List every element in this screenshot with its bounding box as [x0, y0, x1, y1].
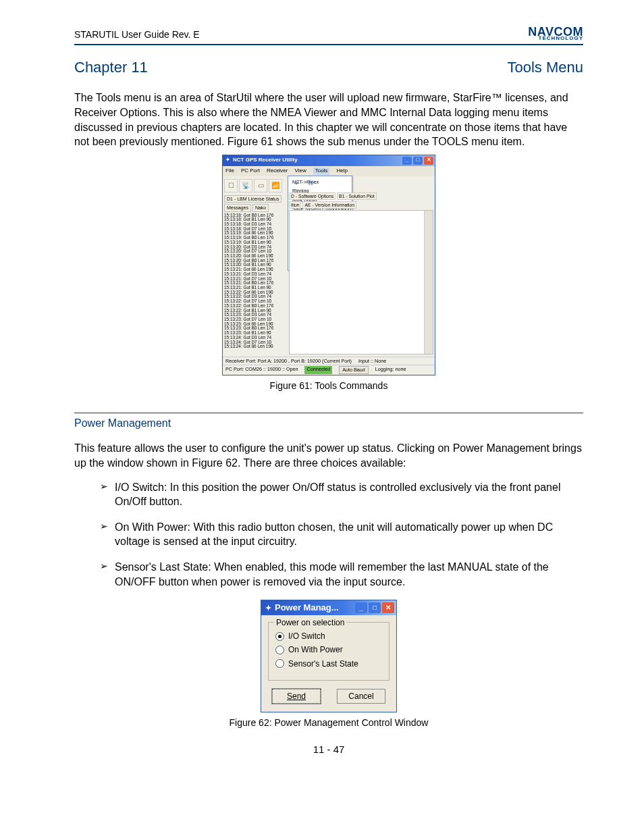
toolbar-icon-satellite[interactable]: 📡 — [239, 179, 252, 192]
status-connected: Connected — [304, 366, 332, 374]
pm-titlebar[interactable]: ✦ Power Manag... _ □ ✕ — [261, 600, 396, 615]
figure62-caption: Figure 62: Power Management Control Wind… — [74, 716, 583, 729]
right-icon-refresh[interactable]: 🗘 — [305, 179, 316, 190]
pm-group-box: Power on selection I/O Switch On With Po… — [268, 622, 390, 681]
figure61-caption: Figure 61: Tools Commands — [74, 380, 583, 392]
menu-receiver[interactable]: Receiver — [267, 167, 288, 175]
status-logging: Logging: none — [375, 366, 406, 374]
right-icon-check[interactable]: ✔ — [292, 179, 302, 190]
radio-label-on-with-power: On With Power — [288, 644, 343, 655]
radio-on-with-power[interactable] — [275, 646, 284, 654]
radio-label-io-switch: I/O Switch — [288, 631, 325, 642]
cancel-button[interactable]: Cancel — [337, 689, 385, 704]
subtab-messages[interactable]: Messages — [224, 204, 251, 211]
intro-paragraph: The Tools menu is an area of StarUtil wh… — [74, 90, 583, 149]
chapter-number: Chapter 11 — [74, 57, 148, 78]
section-heading-power: Power Management — [74, 416, 583, 431]
tab-version-info[interactable]: AE - Version Information — [302, 201, 356, 209]
header-separator — [74, 44, 583, 45]
pm-title: Power Manag... — [275, 602, 339, 614]
pm-minimize-icon[interactable]: _ — [355, 602, 367, 613]
radio-sensor-last-state[interactable] — [275, 659, 284, 668]
radio-label-sensor-last-state: Sensor's Last State — [288, 658, 358, 669]
toolbar-icon-1[interactable]: ☐ — [224, 179, 238, 192]
maximize-icon[interactable]: □ — [413, 157, 423, 165]
menubar: File PC Port Receiver View Tools Help — [223, 166, 435, 176]
minimize-icon[interactable]: _ — [402, 157, 412, 165]
bullet-io-switch: I/O Switch: In this position the power O… — [95, 480, 583, 509]
pm-group-title: Power on selection — [274, 617, 346, 628]
pm-app-icon: ✦ — [265, 603, 271, 613]
navcom-logo: NAVCOM TECHNOLOGY — [528, 27, 583, 41]
status-bar-1: Receiver Port: Port A: 19200 , Port B: 1… — [223, 357, 435, 365]
app-icon: ✦ — [225, 157, 230, 164]
page-number: 11 - 47 — [74, 743, 583, 756]
section-separator — [74, 413, 583, 413]
status-receiver-port: Receiver Port: Port A: 19200 , Port B: 1… — [225, 358, 352, 365]
status-pc-port: PC Port: COM26 :: 19200 :: Open — [225, 366, 298, 374]
power-para: This feature allows the user to configur… — [74, 441, 583, 470]
menu-help[interactable]: Help — [336, 167, 347, 175]
chapter-title: Tools Menu — [507, 57, 583, 78]
toolbar-icon-3[interactable]: ▭ — [254, 179, 267, 192]
tab-ition[interactable]: ition — [289, 201, 301, 209]
menu-pcport[interactable]: PC Port — [241, 167, 260, 175]
scroll-up-icon[interactable]: ▴ — [425, 212, 431, 218]
bullet-sensor-last-state: Sensor's Last State: When enabled, this … — [95, 560, 583, 589]
bullet-on-with-power: On With Power: With this radio button ch… — [95, 520, 583, 549]
status-input: Input :: None — [358, 358, 386, 365]
window-titlebar[interactable]: ✦ NCT GPS Receiver Utility _ □ ✕ — [223, 155, 435, 166]
right-content-area: ▴ — [289, 210, 433, 355]
auto-baud-button[interactable]: Auto Baud — [339, 366, 369, 374]
menu-view[interactable]: View — [294, 167, 306, 175]
message-log: 15:13:18: Got B0 Len 176 15:13:18: Got B… — [224, 213, 286, 355]
status-bar-2: PC Port: COM26 :: 19200 :: Open Connecte… — [223, 365, 435, 375]
power-manag-window: ✦ Power Manag... _ □ ✕ Power on selectio… — [261, 600, 397, 712]
window-title: NCT GPS Receiver Utility — [233, 157, 298, 164]
subtab-nako[interactable]: Nako — [252, 204, 269, 211]
radio-io-switch[interactable] — [275, 632, 284, 641]
nct-window: ✦ NCT GPS Receiver Utility _ □ ✕ File PC… — [222, 155, 435, 375]
tab-software-options[interactable]: D - Software Options — [289, 192, 336, 200]
menu-tools[interactable]: Tools — [313, 167, 330, 175]
menu-file[interactable]: File — [225, 167, 234, 175]
pm-close-icon[interactable]: ✕ — [382, 602, 394, 613]
pm-maximize-icon[interactable]: □ — [369, 602, 381, 613]
toolbar-icon-antenna[interactable]: 📶 — [269, 179, 282, 192]
close-icon[interactable]: ✕ — [424, 157, 433, 165]
tab-solution-plot[interactable]: B1 - Solution Plot — [337, 192, 377, 200]
doc-header-left: STARUTIL User Guide Rev. E — [74, 28, 200, 41]
lbm-tab[interactable]: D1 - LBM License Status — [224, 195, 281, 203]
send-button[interactable]: Send — [272, 689, 321, 704]
